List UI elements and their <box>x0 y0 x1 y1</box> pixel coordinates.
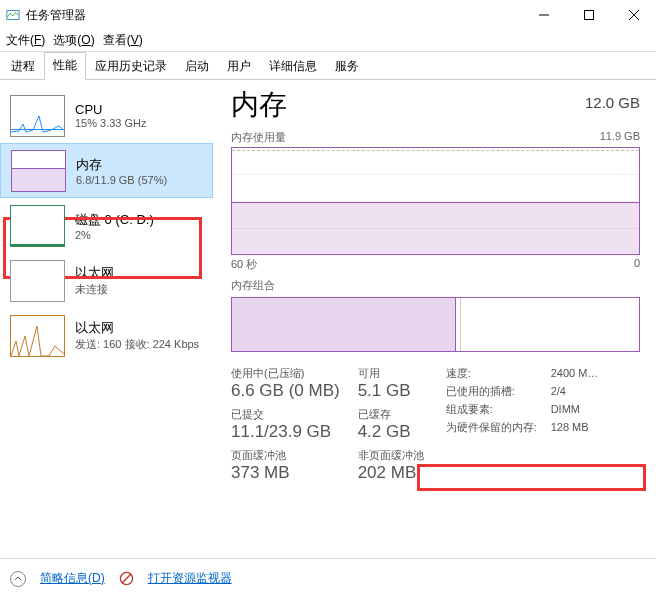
sidebar-item-label: 以太网 <box>75 319 199 337</box>
metric-value: 202 MB <box>358 463 424 483</box>
sidebar-item-disk[interactable]: 磁盘 0 (C: D:)2% <box>0 198 213 253</box>
chart-x-left: 60 秒 <box>231 257 257 272</box>
metric-value: 11.1/23.9 GB <box>231 422 340 442</box>
sidebar-item-ethernet-2[interactable]: 以太网发送: 160 接收: 224 Kbps <box>0 308 213 363</box>
disk-thumbnail <box>10 205 65 247</box>
tab-users[interactable]: 用户 <box>218 53 260 80</box>
metrics: 使用中(已压缩) 6.6 GB (0 MB) 已提交 11.1/23.9 GB … <box>231 364 640 489</box>
sidebar-item-label: 以太网 <box>75 264 114 282</box>
prop-value: 2/4 <box>551 382 566 400</box>
tab-performance[interactable]: 性能 <box>44 52 86 80</box>
chevron-up-icon[interactable] <box>10 571 26 587</box>
tab-processes[interactable]: 进程 <box>2 53 44 80</box>
metric-label: 使用中(已压缩) <box>231 366 340 381</box>
prop-label: 速度: <box>446 364 551 382</box>
metric-label: 可用 <box>358 366 424 381</box>
menu-view[interactable]: 查看(V) <box>103 32 143 49</box>
metric-label: 已提交 <box>231 407 340 422</box>
metric-value: 373 MB <box>231 463 340 483</box>
metric-value: 4.2 GB <box>358 422 424 442</box>
maximize-button[interactable] <box>566 0 611 30</box>
ethernet-thumbnail <box>10 260 65 302</box>
menu-file[interactable]: 文件(F) <box>6 32 45 49</box>
prop-value: 2400 M… <box>551 364 599 382</box>
svg-line-6 <box>121 574 130 583</box>
memory-usage-chart[interactable] <box>231 147 640 255</box>
sidebar-item-label: CPU <box>75 102 147 117</box>
main-panel: 内存 12.0 GB 内存使用量11.9 GB 60 秒0 内存组合 使用中(已… <box>213 80 656 558</box>
menubar: 文件(F) 选项(O) 查看(V) <box>0 30 656 52</box>
memory-properties: 速度:2400 M… 已使用的插槽:2/4 组成要素:DIMM 为硬件保留的内存… <box>446 364 599 489</box>
usage-chart-max: 11.9 GB <box>600 130 640 145</box>
prop-label: 为硬件保留的内存: <box>446 418 551 436</box>
tab-startup[interactable]: 启动 <box>176 53 218 80</box>
taskmgr-icon <box>6 8 20 22</box>
sidebar-item-label: 内存 <box>76 156 167 174</box>
open-resource-monitor-link[interactable]: 打开资源监视器 <box>148 570 232 587</box>
prop-value: 128 MB <box>551 418 589 436</box>
cpu-thumbnail <box>10 95 65 137</box>
content: CPU15% 3.33 GHz 内存6.8/11.9 GB (57%) 磁盘 0… <box>0 80 656 558</box>
prop-label: 组成要素: <box>446 400 551 418</box>
tab-services[interactable]: 服务 <box>326 53 368 80</box>
menu-options[interactable]: 选项(O) <box>53 32 94 49</box>
sidebar-item-sub: 2% <box>75 229 154 241</box>
sidebar-item-sub: 15% 3.33 GHz <box>75 117 147 129</box>
prop-value: DIMM <box>551 400 580 418</box>
tab-details[interactable]: 详细信息 <box>260 53 326 80</box>
memory-composition-chart[interactable] <box>231 297 640 352</box>
sidebar-item-cpu[interactable]: CPU15% 3.33 GHz <box>0 88 213 143</box>
footer: 简略信息(D) 打开资源监视器 <box>0 558 656 598</box>
prop-label: 已使用的插槽: <box>446 382 551 400</box>
metric-label: 已缓存 <box>358 407 424 422</box>
memory-capacity: 12.0 GB <box>585 94 640 111</box>
close-button[interactable] <box>611 0 656 30</box>
metric-label: 非页面缓冲池 <box>358 448 424 463</box>
sidebar-item-sub: 未连接 <box>75 282 114 297</box>
sidebar-item-sub: 6.8/11.9 GB (57%) <box>76 174 167 186</box>
metric-value: 6.6 GB (0 MB) <box>231 381 340 401</box>
page-title: 内存 <box>231 86 287 124</box>
titlebar: 任务管理器 <box>0 0 656 30</box>
sidebar-item-memory[interactable]: 内存6.8/11.9 GB (57%) <box>0 143 213 198</box>
minimize-button[interactable] <box>521 0 566 30</box>
memory-thumbnail <box>11 150 66 192</box>
window-title: 任务管理器 <box>26 7 521 24</box>
composition-label: 内存组合 <box>231 278 275 293</box>
sidebar: CPU15% 3.33 GHz 内存6.8/11.9 GB (57%) 磁盘 0… <box>0 80 213 558</box>
tab-bar: 进程 性能 应用历史记录 启动 用户 详细信息 服务 <box>0 52 656 80</box>
ethernet-thumbnail <box>10 315 65 357</box>
metric-label: 页面缓冲池 <box>231 448 340 463</box>
fewer-details-link[interactable]: 简略信息(D) <box>40 570 105 587</box>
svg-rect-2 <box>584 11 593 20</box>
usage-chart-label: 内存使用量 <box>231 130 286 145</box>
sidebar-item-ethernet-1[interactable]: 以太网未连接 <box>0 253 213 308</box>
tab-app-history[interactable]: 应用历史记录 <box>86 53 176 80</box>
metric-value: 5.1 GB <box>358 381 424 401</box>
chart-x-right: 0 <box>634 257 640 272</box>
resource-monitor-icon <box>119 571 134 586</box>
sidebar-item-sub: 发送: 160 接收: 224 Kbps <box>75 337 199 352</box>
sidebar-item-label: 磁盘 0 (C: D:) <box>75 211 154 229</box>
